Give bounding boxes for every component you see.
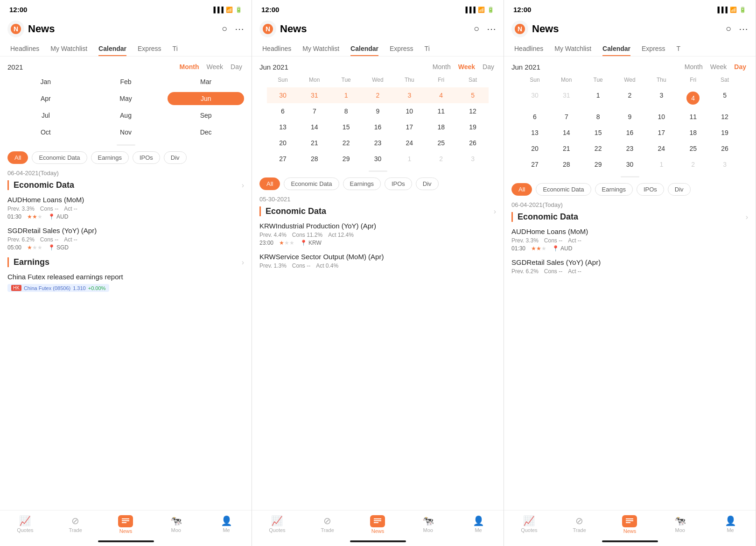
chip-earnings-3[interactable]: Earnings bbox=[595, 183, 633, 196]
cal3-20[interactable]: 20 bbox=[519, 141, 551, 156]
cal3-31om[interactable]: 31 bbox=[551, 87, 582, 109]
chip-ipos-1[interactable]: IPOs bbox=[133, 151, 160, 164]
cal3-18[interactable]: 18 bbox=[677, 125, 709, 141]
cal-29[interactable]: 29 bbox=[330, 151, 362, 167]
nav-moo-1[interactable]: 🐄 Moo bbox=[151, 514, 201, 535]
search-icon-1[interactable]: ○ bbox=[222, 23, 227, 35]
section-arrow-1[interactable]: › bbox=[242, 181, 244, 190]
tab-watchlist-1[interactable]: My Watchlist bbox=[45, 41, 93, 56]
chip-economic-2[interactable]: Economic Data bbox=[284, 177, 339, 190]
cal-1[interactable]: 1 bbox=[330, 87, 362, 103]
tab-t-3[interactable]: T bbox=[671, 41, 686, 56]
day-toggle-1[interactable]: Day bbox=[229, 62, 244, 71]
more-icon-1[interactable]: ⋯ bbox=[235, 23, 244, 35]
nav-news-1[interactable]: News bbox=[101, 514, 151, 535]
search-icon-2[interactable]: ○ bbox=[474, 23, 479, 35]
cal3-24[interactable]: 24 bbox=[645, 141, 677, 156]
cal-17[interactable]: 17 bbox=[393, 119, 425, 135]
cal3-15[interactable]: 15 bbox=[582, 125, 614, 141]
month-apr[interactable]: Apr bbox=[7, 92, 84, 105]
cal-16[interactable]: 16 bbox=[362, 119, 394, 135]
cal3-16[interactable]: 16 bbox=[614, 125, 646, 141]
cal3-22[interactable]: 22 bbox=[582, 141, 614, 156]
cal3-6[interactable]: 6 bbox=[519, 109, 551, 125]
search-icon-3[interactable]: ○ bbox=[726, 23, 731, 35]
cal-14[interactable]: 14 bbox=[299, 119, 330, 135]
month-sep[interactable]: Sep bbox=[168, 109, 244, 122]
section-arrow-2[interactable]: › bbox=[494, 207, 496, 216]
cal3-30[interactable]: 30 bbox=[614, 156, 646, 172]
chip-earnings-2[interactable]: Earnings bbox=[343, 177, 381, 190]
cal3-27[interactable]: 27 bbox=[519, 156, 551, 172]
cal-7[interactable]: 7 bbox=[299, 103, 330, 119]
month-toggle-2[interactable]: Month bbox=[431, 62, 453, 71]
nav-news-2[interactable]: News bbox=[353, 514, 403, 535]
cal3-19[interactable]: 19 bbox=[709, 125, 741, 141]
cal3-11[interactable]: 11 bbox=[677, 109, 709, 125]
day-toggle-2[interactable]: Day bbox=[481, 62, 496, 71]
day-toggle-3[interactable]: Day bbox=[732, 62, 748, 71]
cal-25[interactable]: 25 bbox=[425, 135, 457, 151]
cal-8[interactable]: 8 bbox=[330, 103, 362, 119]
more-icon-3[interactable]: ⋯ bbox=[739, 23, 748, 35]
cal3-9[interactable]: 9 bbox=[614, 109, 646, 125]
cal-30-end[interactable]: 30 bbox=[362, 151, 394, 167]
chip-all-2[interactable]: All bbox=[259, 177, 280, 190]
month-oct[interactable]: Oct bbox=[7, 126, 84, 139]
chip-div-1[interactable]: Div bbox=[164, 151, 187, 164]
cal3-30om[interactable]: 30 bbox=[519, 87, 551, 109]
cal-6[interactable]: 6 bbox=[267, 103, 299, 119]
cal-22[interactable]: 22 bbox=[330, 135, 362, 151]
tab-calendar-2[interactable]: Calendar bbox=[345, 41, 384, 56]
cal-28[interactable]: 28 bbox=[299, 151, 330, 167]
stock-badge-1[interactable]: HK China Futex (08506) 1.310 +0.00% bbox=[7, 284, 109, 292]
chip-div-3[interactable]: Div bbox=[668, 183, 691, 196]
cal3-17[interactable]: 17 bbox=[645, 125, 677, 141]
cal3-26[interactable]: 26 bbox=[709, 141, 741, 156]
earnings-arrow-1[interactable]: › bbox=[242, 258, 244, 267]
more-icon-2[interactable]: ⋯ bbox=[487, 23, 496, 35]
month-nov[interactable]: Nov bbox=[88, 126, 164, 139]
month-toggle-1[interactable]: Month bbox=[178, 62, 201, 71]
chip-div-2[interactable]: Div bbox=[416, 177, 439, 190]
nav-quotes-1[interactable]: 📈 Quotes bbox=[0, 514, 50, 535]
tab-watchlist-2[interactable]: My Watchlist bbox=[297, 41, 345, 56]
cal-31-om[interactable]: 31 bbox=[299, 87, 330, 103]
cal-3[interactable]: 3 bbox=[393, 87, 425, 103]
cal3-28[interactable]: 28 bbox=[551, 156, 582, 172]
tab-calendar-1[interactable]: Calendar bbox=[93, 41, 132, 56]
cal3-14[interactable]: 14 bbox=[551, 125, 582, 141]
cal3-5[interactable]: 5 bbox=[709, 87, 741, 109]
month-aug[interactable]: Aug bbox=[88, 109, 164, 122]
month-jan[interactable]: Jan bbox=[7, 75, 84, 88]
cal3-10[interactable]: 10 bbox=[645, 109, 677, 125]
cal-30-om[interactable]: 30 bbox=[267, 87, 299, 103]
cal3-1-nm[interactable]: 1 bbox=[645, 156, 677, 172]
chip-earnings-1[interactable]: Earnings bbox=[91, 151, 129, 164]
cal-1-nm[interactable]: 1 bbox=[393, 151, 425, 167]
nav-me-2[interactable]: 👤 Me bbox=[453, 514, 504, 535]
chip-economic-1[interactable]: Economic Data bbox=[32, 151, 87, 164]
cal3-21[interactable]: 21 bbox=[551, 141, 582, 156]
nav-quotes-3[interactable]: 📈 Quotes bbox=[504, 514, 554, 535]
cal-26[interactable]: 26 bbox=[457, 135, 489, 151]
cal3-7[interactable]: 7 bbox=[551, 109, 582, 125]
tab-express-2[interactable]: Express bbox=[384, 41, 419, 56]
month-dec[interactable]: Dec bbox=[168, 126, 244, 139]
cal3-2-nm[interactable]: 2 bbox=[677, 156, 709, 172]
section-arrow-3[interactable]: › bbox=[746, 213, 748, 221]
cal-2[interactable]: 2 bbox=[362, 87, 394, 103]
week-toggle-1[interactable]: Week bbox=[205, 62, 225, 71]
tab-headlines-3[interactable]: Headlines bbox=[509, 41, 549, 56]
cal3-13[interactable]: 13 bbox=[519, 125, 551, 141]
cal-23[interactable]: 23 bbox=[362, 135, 394, 151]
cal3-12[interactable]: 12 bbox=[709, 109, 741, 125]
cal-2-nm[interactable]: 2 bbox=[425, 151, 457, 167]
month-jul[interactable]: Jul bbox=[7, 109, 84, 122]
month-jun[interactable]: Jun bbox=[168, 92, 244, 105]
chip-all-1[interactable]: All bbox=[7, 151, 28, 164]
cal3-1[interactable]: 1 bbox=[582, 87, 614, 109]
nav-trade-2[interactable]: ⊘ Trade bbox=[302, 514, 353, 535]
cal3-4-today[interactable]: 4 bbox=[677, 87, 709, 109]
cal3-23[interactable]: 23 bbox=[614, 141, 646, 156]
